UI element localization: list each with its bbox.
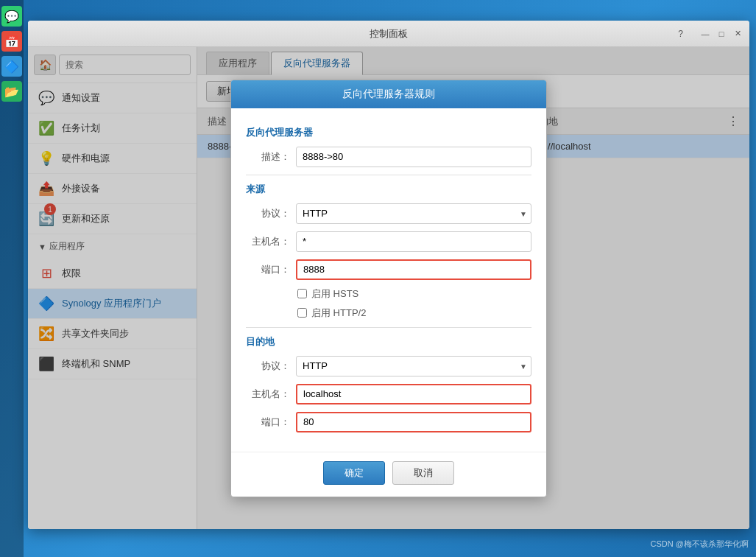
form-row-dest-hostname: 主机名： (246, 384, 531, 404)
dest-hostname-label: 主机名： (246, 388, 290, 401)
modal-section-dest: 目的地 (246, 335, 531, 348)
maximize-button[interactable]: □ (716, 28, 727, 40)
desc-input[interactable] (296, 147, 531, 167)
confirm-button[interactable]: 确定 (323, 461, 385, 485)
hsts-checkbox[interactable] (297, 289, 307, 298)
taskbar-icon-1[interactable]: 💬 (1, 6, 22, 27)
modal-footer: 确定 取消 (231, 452, 546, 497)
source-hostname-input[interactable] (296, 231, 531, 252)
watermark: CSDN @梅不该杀那华化啊 (651, 539, 749, 550)
desc-label: 描述： (246, 150, 290, 164)
form-row-source-protocol: 协议： HTTP HTTPS (246, 203, 531, 224)
form-row-source-hostname: 主机名： (246, 231, 531, 252)
modal-dialog: 反向代理服务器规则 反向代理服务器 描述： (230, 80, 547, 497)
dest-port-label: 端口： (246, 416, 290, 429)
dest-port-input[interactable] (296, 412, 531, 432)
hsts-label: 启用 HSTS (311, 287, 358, 301)
source-protocol-select-wrapper: HTTP HTTPS (296, 203, 531, 224)
window-controls: — □ ✕ (699, 28, 743, 40)
modal-title-bar: 反向代理服务器规则 (231, 80, 546, 108)
divider-2 (246, 327, 531, 328)
source-port-input[interactable] (296, 259, 531, 280)
dest-hostname-input[interactable] (296, 384, 531, 404)
source-protocol-label: 协议： (246, 207, 290, 220)
desktop: 💬 📅 🔷 📂 控制面板 ? — □ ✕ 🏠 (0, 0, 756, 557)
source-hostname-label: 主机名： (246, 235, 290, 248)
cancel-button[interactable]: 取消 (392, 461, 454, 485)
http2-label: 启用 HTTP/2 (311, 306, 366, 320)
taskbar-left: 💬 📅 🔷 📂 (0, 0, 24, 557)
window-title: 控制面板 (370, 27, 408, 41)
main-content: 应用程序 反向代理服务器 新增 编辑 删除 描述 来源 (197, 47, 749, 529)
close-button[interactable]: ✕ (732, 28, 743, 40)
taskbar-icon-2[interactable]: 📅 (1, 31, 22, 52)
modal-section-reverse: 反向代理服务器 (246, 126, 531, 139)
taskbar-icon-3[interactable]: 🔷 (1, 56, 22, 77)
help-button[interactable]: ? (678, 29, 683, 39)
dest-protocol-select-wrapper: HTTP HTTPS (296, 356, 531, 376)
hsts-row: 启用 HSTS (297, 287, 531, 301)
source-protocol-select[interactable]: HTTP HTTPS (296, 203, 531, 224)
form-row-dest-port: 端口： (246, 412, 531, 432)
form-row-source-port: 端口： (246, 259, 531, 280)
dest-protocol-select[interactable]: HTTP HTTPS (296, 356, 531, 376)
title-bar: 控制面板 ? — □ ✕ (28, 21, 749, 47)
modal-overlay: 反向代理服务器规则 反向代理服务器 描述： (197, 47, 749, 529)
divider-1 (246, 175, 531, 175)
control-panel-window: 控制面板 ? — □ ✕ 🏠 (28, 21, 749, 529)
form-row-desc: 描述： (246, 147, 531, 167)
modal-section-source: 来源 (246, 183, 531, 196)
modal-body: 反向代理服务器 描述： 来源 协议： (231, 108, 546, 452)
http2-checkbox[interactable] (297, 308, 307, 318)
minimize-button[interactable]: — (699, 28, 711, 40)
http2-row: 启用 HTTP/2 (297, 306, 531, 320)
form-row-dest-protocol: 协议： HTTP HTTPS (246, 356, 531, 376)
source-port-label: 端口： (246, 263, 290, 276)
modal-title: 反向代理服务器规则 (342, 88, 435, 99)
panel-body: 🏠 💬 通知设置 ✅ (28, 47, 749, 529)
dest-protocol-label: 协议： (246, 360, 290, 373)
taskbar-icon-4[interactable]: 📂 (1, 81, 22, 102)
